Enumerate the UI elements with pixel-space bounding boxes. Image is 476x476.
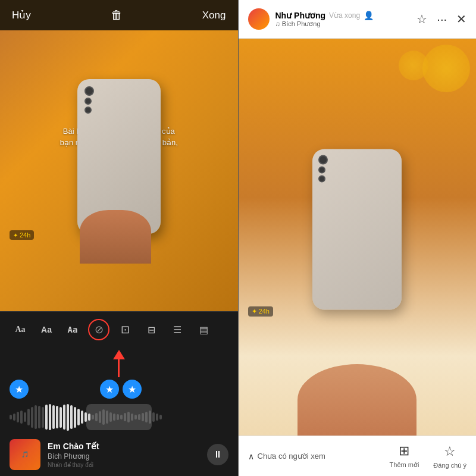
left-panel: Hủy 🗑 Xong Bài hát này sẽ phát trong tin…: [0, 0, 238, 476]
music-info: Em Chào Tết Bích Phương Nhấn để thay đổi: [48, 441, 200, 468]
right-badge-24h: ✦ 24h: [248, 306, 273, 317]
music-player: 🎵 Em Chào Tết Bích Phương Nhấn để thay đ…: [0, 433, 238, 476]
wave-bar: [77, 409, 80, 425]
wave-bar: [156, 414, 158, 421]
right-camera-lens-2: [318, 166, 325, 173]
star-left[interactable]: ★: [10, 380, 29, 399]
split-style-button[interactable]: ▤: [193, 319, 214, 340]
wave-bar: [152, 412, 155, 422]
wave-bar: [31, 407, 33, 428]
font-row: Aa Aa Aa ⊘ ⊡ ⊟ ☰ ▤: [0, 311, 238, 347]
right-phone-mockup: [312, 149, 402, 309]
red-arrow: [113, 350, 125, 377]
grid-style-button[interactable]: ⊡: [114, 319, 136, 340]
arrow-head: [113, 350, 125, 359]
wave-bar: [45, 405, 48, 430]
album-art: 🎵: [10, 439, 40, 470]
font-sans-button[interactable]: Aa: [36, 319, 57, 340]
wave-bar: [74, 407, 76, 428]
story-preview: Bài hát này sẽ phát trong tin của bạn mà…: [0, 30, 238, 311]
wave-bar: [38, 406, 40, 428]
wave-bar: [49, 404, 51, 430]
right-camera-lens-1: [318, 155, 328, 164]
bottom-controls: Aa Aa Aa ⊘ ⊡ ⊟ ☰ ▤ ★ ★ ★: [0, 311, 238, 476]
right-bottom-bar: ∧ Chưa có người xem ⊞ Thêm mới ☆ Đáng ch…: [239, 436, 477, 476]
stars-right: ★ ★: [100, 380, 142, 399]
stars-row: ★ ★ ★: [0, 377, 238, 401]
camera-lens-2: [84, 98, 92, 105]
wave-bar: [35, 405, 37, 429]
no-style-button[interactable]: ⊘: [88, 319, 109, 340]
star-outline-icon: ☆: [444, 444, 456, 459]
add-new-icon: ⊞: [399, 443, 409, 459]
star-right-1[interactable]: ★: [100, 380, 119, 399]
album-art-image: 🎵: [10, 439, 40, 470]
right-panel: Như Phương Vừa xong 👤 ♫ Bích Phương ☆ ··…: [239, 0, 477, 476]
lines-style-button[interactable]: ☰: [167, 319, 188, 340]
right-phone-body: [312, 149, 402, 309]
right-camera-area: [318, 155, 328, 182]
left-header: Hủy 🗑 Xong: [0, 0, 238, 30]
font-serif-button[interactable]: Aa: [10, 319, 31, 340]
camera-lens-1: [84, 86, 94, 96]
done-button[interactable]: Xong: [202, 10, 226, 21]
profile-info: Như Phương Vừa xong 👤 ♫ Bích Phương: [275, 11, 411, 28]
arrow-line: [118, 359, 120, 377]
wave-bar: [60, 407, 62, 428]
camera-area: [84, 86, 94, 114]
wave-bar: [24, 412, 26, 422]
person-icon: 👤: [364, 11, 374, 20]
arrow-area: [0, 347, 238, 377]
right-header: Như Phương Vừa xong 👤 ♫ Bích Phương ☆ ··…: [239, 0, 477, 39]
timer-icon: ✦: [13, 232, 18, 239]
star-button[interactable]: ☆: [416, 12, 427, 26]
profile-name: Như Phương: [275, 11, 326, 20]
right-header-actions: ☆ ··· ✕: [416, 12, 466, 26]
viewers-label: Chưa có người xem: [258, 452, 325, 461]
wave-bar: [13, 414, 15, 421]
music-hint: Nhấn để thay đổi: [48, 462, 200, 468]
wave-bar: [17, 412, 19, 422]
waveform-area: // Generate waveform bars const heights …: [0, 401, 238, 433]
cancel-button[interactable]: Hủy: [12, 9, 31, 21]
pause-button[interactable]: ⏸: [207, 444, 228, 465]
flower-decor-right: [422, 45, 470, 92]
right-camera-lens-3: [318, 175, 325, 182]
badge-24h: ✦ 24h: [10, 230, 34, 240]
music-title: Em Chào Tết: [48, 441, 200, 451]
wave-bar: [70, 405, 73, 429]
wave-bar: [42, 407, 44, 428]
star-right-2[interactable]: ★: [123, 380, 142, 399]
profile-status: Vừa xong: [329, 11, 360, 20]
right-story-area: ✦ 24h: [239, 39, 477, 436]
more-button[interactable]: ···: [437, 12, 447, 26]
font-mono-button[interactable]: Aa: [62, 319, 83, 340]
close-button[interactable]: ✕: [456, 12, 466, 26]
subscribe-action[interactable]: ☆ Đáng chú ý: [433, 444, 466, 469]
profile-music: ♫ Bích Phương: [275, 20, 411, 28]
rect-style-button[interactable]: ⊟: [140, 319, 162, 340]
viewers-info[interactable]: ∧ Chưa có người xem: [248, 452, 325, 461]
bottom-actions: ⊞ Thêm mới ☆ Đáng chú ý: [390, 443, 466, 469]
right-timer-icon: ✦: [252, 308, 259, 315]
waveform-highlight: [86, 404, 152, 430]
wave-bar: [67, 404, 69, 431]
add-new-action[interactable]: ⊞ Thêm mới: [390, 443, 419, 469]
right-hand: [298, 364, 416, 436]
chevron-up-icon: ∧: [248, 452, 254, 461]
add-new-label: Thêm mới: [390, 461, 419, 469]
wave-bar: [52, 405, 55, 429]
wave-bar: [159, 415, 162, 419]
wave-bar: [27, 409, 30, 425]
wave-bar: [81, 411, 83, 424]
profile-avatar: [248, 8, 270, 30]
wave-bar: [20, 411, 23, 424]
camera-lens-3: [84, 107, 92, 114]
hand: [80, 210, 151, 264]
trash-icon[interactable]: 🗑: [111, 8, 123, 22]
subscribe-label: Đáng chú ý: [433, 462, 466, 469]
flower-decor-left: [399, 51, 428, 80]
music-artist: Bích Phương: [48, 452, 200, 461]
wave-bar: [63, 405, 65, 430]
wave-bar: [56, 406, 58, 428]
